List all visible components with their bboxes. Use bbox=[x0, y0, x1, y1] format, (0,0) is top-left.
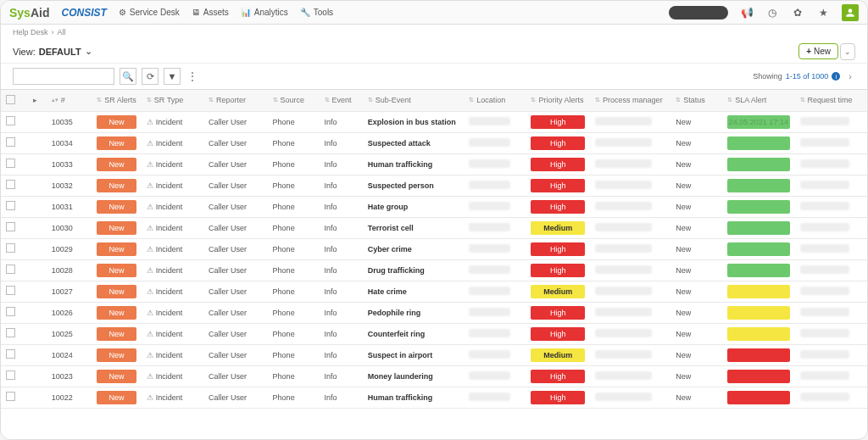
nav-analytics[interactable]: 📊Analytics bbox=[241, 8, 288, 17]
sr-table: ▸ ▴▾# ⇅SR Alerts ⇅SR Type ⇅Reporter ⇅Sou… bbox=[1, 90, 867, 409]
pagination-info: Showing 1-15 of 1000 i bbox=[753, 72, 840, 81]
row-checkbox[interactable] bbox=[1, 387, 28, 408]
table-row[interactable]: 10028New⚠IncidentCaller UserPhoneInfoDru… bbox=[1, 259, 867, 281]
row-expand[interactable] bbox=[28, 387, 47, 408]
filter-button[interactable]: ▼ bbox=[164, 68, 181, 85]
search-pill[interactable] bbox=[669, 6, 728, 19]
cell-reporter: Caller User bbox=[203, 323, 268, 344]
col-sr-alerts[interactable]: ⇅SR Alerts bbox=[92, 90, 142, 111]
row-checkbox[interactable] bbox=[1, 132, 28, 153]
table-row[interactable]: 10029New⚠IncidentCaller UserPhoneInfoCyb… bbox=[1, 238, 867, 259]
table-row[interactable]: 10026New⚠IncidentCaller UserPhoneInfoPed… bbox=[1, 302, 867, 323]
search-button[interactable]: 🔍 bbox=[120, 68, 136, 85]
table-row[interactable]: 10033New⚠IncidentCaller UserPhoneInfoHum… bbox=[1, 153, 867, 175]
row-checkbox[interactable] bbox=[1, 281, 28, 302]
col-checkbox[interactable] bbox=[1, 90, 28, 111]
cell-location bbox=[464, 175, 526, 196]
cell-sla bbox=[722, 238, 794, 259]
cell-process-manager bbox=[590, 259, 670, 281]
row-expand[interactable] bbox=[28, 344, 47, 365]
cell-event: Info bbox=[320, 365, 363, 387]
table-row[interactable]: 10027New⚠IncidentCaller UserPhoneInfoHat… bbox=[1, 281, 867, 302]
nav-tools[interactable]: 🔧Tools bbox=[300, 8, 333, 17]
cell-id: 10022 bbox=[47, 387, 92, 408]
row-expand[interactable] bbox=[28, 153, 47, 175]
cell-request-time bbox=[795, 111, 867, 132]
row-expand[interactable] bbox=[28, 132, 47, 153]
row-checkbox[interactable] bbox=[1, 175, 28, 196]
breadcrumb-root[interactable]: Help Desk bbox=[13, 28, 48, 36]
avatar[interactable] bbox=[842, 4, 859, 21]
cell-reporter: Caller User bbox=[203, 196, 268, 217]
refresh-button[interactable]: ⟳ bbox=[142, 68, 159, 85]
table-row[interactable]: 10030New⚠IncidentCaller UserPhoneInfoTer… bbox=[1, 217, 867, 238]
table-scroll[interactable]: ▸ ▴▾# ⇅SR Alerts ⇅SR Type ⇅Reporter ⇅Sou… bbox=[1, 89, 867, 439]
row-checkbox[interactable] bbox=[1, 302, 28, 323]
col-process-manager[interactable]: ⇅Process manager bbox=[590, 90, 670, 111]
col-reporter[interactable]: ⇅Reporter bbox=[203, 90, 268, 111]
cell-sla bbox=[722, 323, 794, 344]
app-window: SysAid CONSIST ⚙Service Desk 🖥Assets 📊An… bbox=[0, 0, 868, 440]
row-checkbox[interactable] bbox=[1, 153, 28, 175]
col-id[interactable]: ▴▾# bbox=[47, 90, 92, 111]
search-input[interactable] bbox=[17, 72, 110, 81]
row-checkbox[interactable] bbox=[1, 238, 28, 259]
announcement-icon[interactable]: 📢 bbox=[740, 6, 754, 19]
cell-source: Phone bbox=[268, 132, 320, 153]
row-expand[interactable] bbox=[28, 302, 47, 323]
col-status[interactable]: ⇅Status bbox=[670, 90, 722, 111]
col-location[interactable]: ⇅Location bbox=[464, 90, 526, 111]
row-expand[interactable] bbox=[28, 196, 47, 217]
col-sr-type[interactable]: ⇅SR Type bbox=[142, 90, 203, 111]
row-expand[interactable] bbox=[28, 323, 47, 344]
cell-source: Phone bbox=[268, 281, 320, 302]
row-expand[interactable] bbox=[28, 111, 47, 132]
col-source[interactable]: ⇅Source bbox=[268, 90, 320, 111]
row-expand[interactable] bbox=[28, 281, 47, 302]
table-row[interactable]: 10023New⚠IncidentCaller UserPhoneInfoMon… bbox=[1, 365, 867, 387]
more-actions[interactable]: ⋮ bbox=[186, 70, 199, 83]
table-row[interactable]: 10024New⚠IncidentCaller UserPhoneInfoSus… bbox=[1, 344, 867, 365]
row-expand[interactable] bbox=[28, 365, 47, 387]
row-expand[interactable] bbox=[28, 217, 47, 238]
star-icon[interactable]: ★ bbox=[816, 6, 830, 19]
nav-assets[interactable]: 🖥Assets bbox=[192, 8, 229, 17]
table-row[interactable]: 10032New⚠IncidentCaller UserPhoneInfoSus… bbox=[1, 175, 867, 196]
cell-sub-event: Suspected person bbox=[363, 175, 465, 196]
row-expand[interactable] bbox=[28, 238, 47, 259]
col-sla-alert[interactable]: ⇅SLA Alert bbox=[722, 90, 794, 111]
cell-id: 10025 bbox=[47, 323, 92, 344]
cell-sr-alert: New bbox=[92, 196, 142, 217]
row-expand[interactable] bbox=[28, 175, 47, 196]
view-selector[interactable]: View: DEFAULT ⌄ bbox=[13, 46, 92, 57]
warning-icon: ⚠ bbox=[147, 266, 153, 275]
row-checkbox[interactable] bbox=[1, 196, 28, 217]
row-checkbox[interactable] bbox=[1, 111, 28, 132]
row-checkbox[interactable] bbox=[1, 259, 28, 281]
col-request-time[interactable]: ⇅Request time bbox=[795, 90, 867, 111]
clock-icon[interactable]: ◷ bbox=[765, 6, 779, 19]
info-badge[interactable]: i bbox=[832, 72, 840, 81]
new-dropdown[interactable]: ⌄ bbox=[840, 43, 855, 60]
table-row[interactable]: 10031New⚠IncidentCaller UserPhoneInfoHat… bbox=[1, 196, 867, 217]
page-next[interactable]: › bbox=[845, 71, 855, 81]
settings-icon[interactable]: ✿ bbox=[791, 6, 804, 19]
row-checkbox[interactable] bbox=[1, 344, 28, 365]
table-row[interactable]: 10035New⚠IncidentCaller UserPhoneInfoExp… bbox=[1, 111, 867, 132]
row-checkbox[interactable] bbox=[1, 217, 28, 238]
col-expand[interactable]: ▸ bbox=[28, 90, 47, 111]
col-priority[interactable]: ⇅Priority Alerts bbox=[526, 90, 590, 111]
table-row[interactable]: 10022New⚠IncidentCaller UserPhoneInfoHum… bbox=[1, 387, 867, 408]
col-event[interactable]: ⇅Event bbox=[320, 90, 363, 111]
cell-event: Info bbox=[320, 217, 363, 238]
cell-reporter: Caller User bbox=[203, 132, 268, 153]
nav-service-desk[interactable]: ⚙Service Desk bbox=[119, 8, 180, 17]
cell-status: New bbox=[670, 196, 722, 217]
table-row[interactable]: 10025New⚠IncidentCaller UserPhoneInfoCou… bbox=[1, 323, 867, 344]
row-expand[interactable] bbox=[28, 259, 47, 281]
table-row[interactable]: 10034New⚠IncidentCaller UserPhoneInfoSus… bbox=[1, 132, 867, 153]
row-checkbox[interactable] bbox=[1, 365, 28, 387]
row-checkbox[interactable] bbox=[1, 323, 28, 344]
col-sub-event[interactable]: ⇅Sub-Event bbox=[363, 90, 465, 111]
new-button[interactable]: +New bbox=[798, 43, 838, 59]
